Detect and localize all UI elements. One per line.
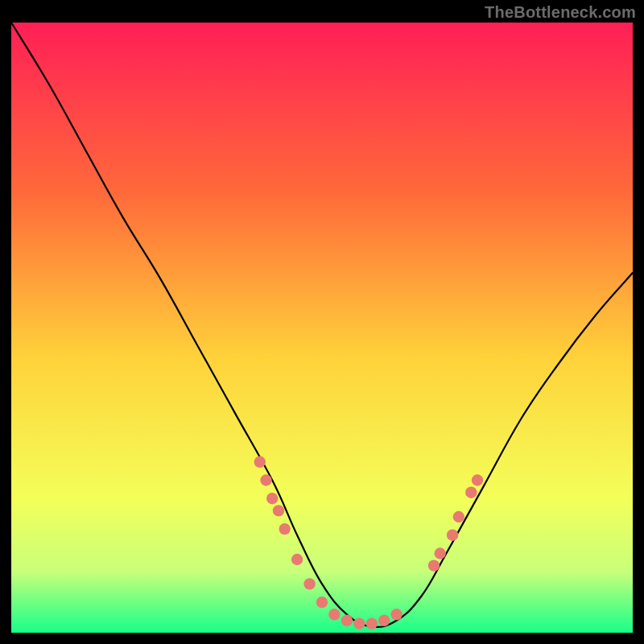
- gradient-bg: [11, 23, 633, 633]
- curve-dot: [316, 597, 328, 608]
- curve-dot: [390, 609, 402, 620]
- curve-dot: [254, 456, 266, 468]
- curve-dot: [303, 578, 315, 589]
- curve-dot: [366, 617, 378, 629]
- curve-dot: [341, 615, 353, 626]
- chart-stage: TheBottleneck.com: [0, 0, 644, 644]
- curve-dot: [378, 615, 390, 626]
- watermark-text: TheBottleneck.com: [485, 3, 636, 22]
- curve-dot: [260, 474, 271, 485]
- curve-dot: [266, 493, 278, 504]
- curve-dot: [472, 474, 483, 485]
- plot-svg: [11, 23, 633, 633]
- curve-dot: [353, 617, 365, 629]
- curve-dot: [273, 505, 284, 516]
- curve-dot: [465, 487, 477, 498]
- curve-dot: [447, 530, 458, 541]
- curve-dot: [291, 554, 303, 565]
- curve-dot: [453, 511, 464, 522]
- curve-dot: [279, 523, 291, 535]
- curve-dot: [428, 559, 440, 571]
- plot-frame: [11, 23, 633, 633]
- curve-dot: [435, 547, 446, 559]
- curve-dot: [328, 609, 340, 620]
